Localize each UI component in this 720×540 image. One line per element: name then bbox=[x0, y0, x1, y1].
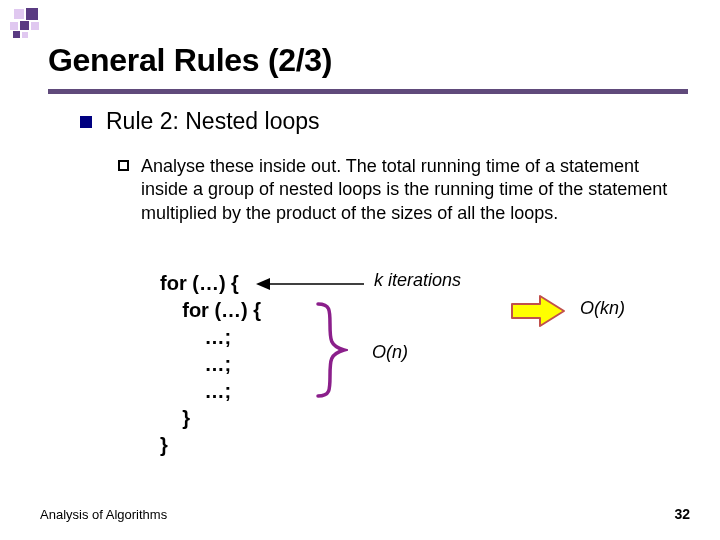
arrow-left-icon bbox=[256, 277, 366, 291]
title-underline bbox=[48, 89, 688, 94]
svg-marker-2 bbox=[512, 296, 564, 326]
big-arrow-icon bbox=[510, 294, 568, 332]
bullet-1-text: Rule 2: Nested loops bbox=[106, 108, 320, 135]
hollow-square-bullet-icon bbox=[118, 160, 129, 171]
bullet-level-2: Analyse these inside out. The total runn… bbox=[118, 155, 690, 225]
title-block: General Rules (2/3) bbox=[48, 42, 690, 94]
annot-o-kn: O(kn) bbox=[580, 298, 625, 319]
bullet-level-1: Rule 2: Nested loops bbox=[80, 108, 690, 135]
slide: General Rules (2/3) Rule 2: Nested loops… bbox=[0, 0, 720, 540]
footer-page-number: 32 bbox=[674, 506, 690, 522]
slide-body: Rule 2: Nested loops Analyse these insid… bbox=[80, 108, 690, 231]
code-text: for (…) { for (…) { …; …; …; } } bbox=[160, 270, 261, 459]
curly-brace-icon bbox=[312, 300, 348, 404]
slide-title: General Rules (2/3) bbox=[48, 42, 690, 79]
code-block: for (…) { for (…) { …; …; …; } } bbox=[160, 270, 261, 459]
bullet-2-text: Analyse these inside out. The total runn… bbox=[141, 155, 681, 225]
annot-k-iterations: k iterations bbox=[374, 270, 461, 291]
annot-o-n: O(n) bbox=[372, 342, 408, 363]
footer-left: Analysis of Algorithms bbox=[40, 507, 167, 522]
svg-marker-1 bbox=[256, 278, 270, 290]
square-bullet-icon bbox=[80, 116, 92, 128]
